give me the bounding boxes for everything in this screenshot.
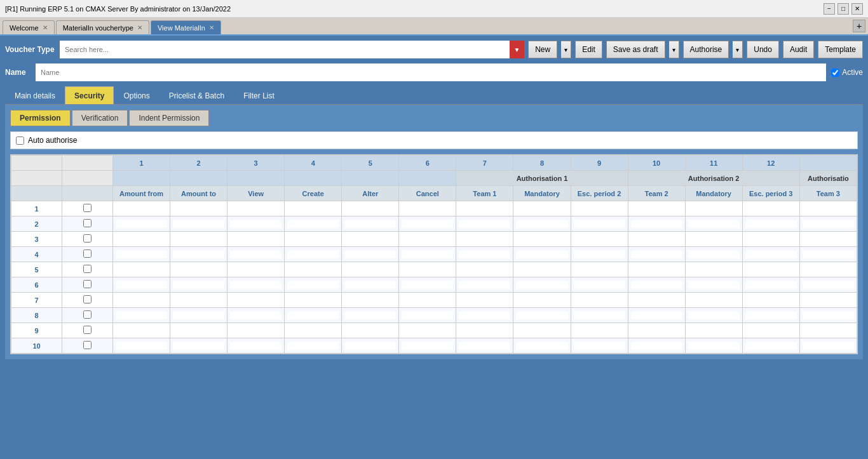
input-create[interactable] <box>287 296 339 304</box>
cell-esc3[interactable] <box>742 308 799 323</box>
cell-mandatory2[interactable] <box>685 262 742 277</box>
cell-team3[interactable] <box>799 247 857 262</box>
row-checkbox[interactable] <box>83 341 92 349</box>
tab-options[interactable]: Options <box>114 86 159 104</box>
input-amount-to[interactable] <box>173 266 224 274</box>
row-checkbox[interactable] <box>83 326 92 334</box>
cell-amount-to[interactable] <box>170 262 227 277</box>
input-amount-from[interactable] <box>116 220 167 228</box>
input-mandatory1[interactable] <box>516 236 567 243</box>
cell-alter[interactable] <box>342 216 399 232</box>
cell-esc2[interactable] <box>571 308 628 323</box>
input-esc3[interactable] <box>745 296 797 304</box>
cell-team1[interactable] <box>456 323 513 338</box>
tab-welcome[interactable]: Welcome ✕ <box>3 20 55 34</box>
input-create[interactable] <box>287 312 339 319</box>
input-create[interactable] <box>287 266 339 274</box>
input-esc3[interactable] <box>745 281 797 289</box>
tab-filter-list[interactable]: Filter List <box>234 86 284 104</box>
input-mandatory2[interactable] <box>688 205 740 213</box>
cell-amount-to[interactable] <box>170 293 227 308</box>
add-tab-button[interactable]: + <box>853 20 865 32</box>
input-alter[interactable] <box>344 281 396 289</box>
input-mandatory1[interactable] <box>516 251 567 258</box>
input-mandatory1[interactable] <box>516 220 567 228</box>
cell-view[interactable] <box>227 262 285 277</box>
input-team1[interactable] <box>459 342 510 350</box>
cell-view[interactable] <box>227 338 285 354</box>
input-team3[interactable] <box>803 281 854 289</box>
input-alter[interactable] <box>344 205 396 213</box>
cell-mandatory1[interactable] <box>513 247 571 262</box>
input-mandatory2[interactable] <box>688 251 740 258</box>
restore-button[interactable]: □ <box>837 3 849 15</box>
cell-mandatory2[interactable] <box>685 323 742 338</box>
cell-create[interactable] <box>285 201 342 216</box>
input-esc2[interactable] <box>574 327 625 335</box>
tab-view-materialin-close[interactable]: ✕ <box>209 24 214 31</box>
cell-mandatory1[interactable] <box>513 216 571 232</box>
tab-main-details[interactable]: Main details <box>5 86 65 104</box>
input-view[interactable] <box>230 220 281 228</box>
cell-team2[interactable] <box>628 262 685 277</box>
cell-esc2[interactable] <box>571 262 628 277</box>
save-as-draft-dropdown-button[interactable]: ▾ <box>669 41 679 58</box>
input-esc3[interactable] <box>745 205 797 213</box>
input-view[interactable] <box>230 296 281 304</box>
cell-team1[interactable] <box>456 308 513 323</box>
cell-team1[interactable] <box>456 232 513 247</box>
input-mandatory2[interactable] <box>688 220 740 228</box>
input-team1[interactable] <box>459 236 510 243</box>
cell-mandatory2[interactable] <box>685 232 742 247</box>
input-team1[interactable] <box>459 281 510 289</box>
input-view[interactable] <box>230 342 281 350</box>
row-checkbox[interactable] <box>83 265 92 273</box>
cell-amount-to[interactable] <box>170 216 227 232</box>
input-team2[interactable] <box>631 251 682 258</box>
input-esc2[interactable] <box>574 266 625 274</box>
cell-amount-from[interactable] <box>113 308 170 323</box>
cell-cancel[interactable] <box>399 308 456 323</box>
cell-cancel[interactable] <box>399 323 456 338</box>
cell-esc2[interactable] <box>571 323 628 338</box>
input-amount-to[interactable] <box>173 236 224 243</box>
cell-create[interactable] <box>285 277 342 293</box>
input-mandatory1[interactable] <box>516 342 567 350</box>
cell-team3[interactable] <box>799 201 857 216</box>
input-cancel[interactable] <box>402 205 453 213</box>
input-view[interactable] <box>230 327 281 335</box>
cell-team1[interactable] <box>456 277 513 293</box>
input-view[interactable] <box>230 251 281 258</box>
input-view[interactable] <box>230 205 281 213</box>
input-team1[interactable] <box>459 251 510 258</box>
input-mandatory2[interactable] <box>688 312 740 319</box>
input-team1[interactable] <box>459 327 510 335</box>
row-checkbox[interactable] <box>83 249 92 258</box>
input-create[interactable] <box>287 220 339 228</box>
input-mandatory1[interactable] <box>516 296 567 304</box>
cell-mandatory2[interactable] <box>685 308 742 323</box>
input-team2[interactable] <box>631 266 682 274</box>
input-alter[interactable] <box>344 296 396 304</box>
search-dropdown-button[interactable]: ▼ <box>510 41 524 58</box>
cell-amount-to[interactable] <box>170 323 227 338</box>
cell-amount-from[interactable] <box>113 262 170 277</box>
tab-welcome-close[interactable]: ✕ <box>43 24 48 31</box>
cell-amount-to[interactable] <box>170 201 227 216</box>
cell-alter[interactable] <box>342 308 399 323</box>
cell-amount-from[interactable] <box>113 277 170 293</box>
input-cancel[interactable] <box>402 296 453 304</box>
cell-alter[interactable] <box>342 277 399 293</box>
cell-esc3[interactable] <box>742 232 799 247</box>
cell-esc3[interactable] <box>742 216 799 232</box>
input-cancel[interactable] <box>402 281 453 289</box>
cell-amount-to[interactable] <box>170 338 227 354</box>
cell-team2[interactable] <box>628 201 685 216</box>
input-create[interactable] <box>287 327 339 335</box>
cell-team2[interactable] <box>628 247 685 262</box>
input-esc2[interactable] <box>574 205 625 213</box>
cell-mandatory2[interactable] <box>685 338 742 354</box>
input-esc3[interactable] <box>745 312 797 319</box>
input-esc3[interactable] <box>745 251 797 258</box>
cell-cancel[interactable] <box>399 201 456 216</box>
